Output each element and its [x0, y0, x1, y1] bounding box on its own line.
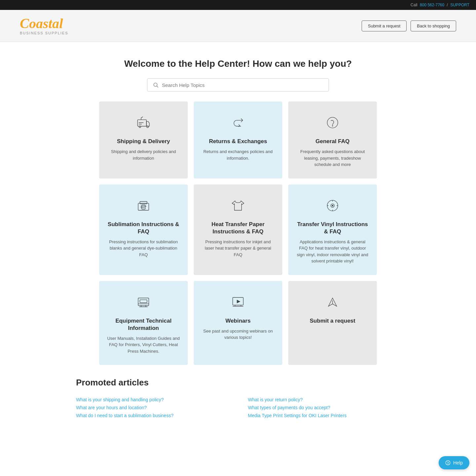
svg-marker-22 — [237, 300, 240, 303]
equipment-icon — [134, 293, 153, 311]
help-card[interactable]: Returns & Exchanges Returns and exchange… — [194, 101, 282, 178]
card-title: Shipping & Delivery — [117, 138, 170, 145]
card-title: Transfer Vinyl Instructions & FAQ — [296, 221, 369, 235]
separator: / — [447, 3, 448, 7]
card-desc: Pressing instructions for sublimation bl… — [107, 239, 180, 258]
svg-point-0 — [154, 83, 157, 87]
svg-rect-17 — [140, 300, 147, 303]
cards-grid: Shipping & Delivery Shipping and deliver… — [99, 101, 377, 365]
promoted-article-link[interactable]: What is your return policy? — [248, 396, 400, 404]
returns-icon — [229, 113, 247, 132]
card-desc: User Manuals, Installation Guides and FA… — [107, 335, 180, 355]
search-icon — [153, 82, 159, 88]
help-card[interactable]: Equipment Technical Information User Man… — [99, 281, 188, 365]
promoted-article-link[interactable]: What is your shipping and handling polic… — [76, 396, 228, 404]
card-title: Heat Transfer Paper Instructions & FAQ — [202, 221, 274, 235]
logo-text: Coastal — [20, 17, 63, 30]
help-card[interactable]: Shipping & Delivery Shipping and deliver… — [99, 101, 188, 178]
header-buttons: Submit a request Back to shopping — [362, 20, 456, 31]
card-desc: Frequently asked questions about leasing… — [296, 148, 369, 168]
vinyl-icon — [323, 196, 342, 215]
svg-rect-11 — [142, 205, 145, 209]
submit-request-button[interactable]: Submit a request — [362, 20, 407, 31]
card-title: Sublimation Instructions & FAQ — [107, 221, 180, 235]
card-title: Equipment Technical Information — [107, 317, 180, 332]
help-card[interactable]: Sublimation Instructions & FAQ Pressing … — [99, 184, 188, 275]
svg-line-1 — [157, 86, 158, 87]
card-desc: Pressing instructions for inkjet and las… — [202, 239, 274, 258]
header: Coastal BUSINESS SUPPLIES Submit a reque… — [0, 10, 476, 42]
phone-link[interactable]: 800 562-7760 — [420, 3, 444, 7]
card-desc: See past and upcoming webinars on variou… — [202, 328, 274, 341]
card-title: Returns & Exchanges — [209, 138, 267, 145]
help-card[interactable]: Heat Transfer Paper Instructions & FAQ P… — [194, 184, 282, 275]
sublimation-icon — [134, 196, 153, 215]
webinar-icon — [229, 293, 247, 311]
submit-icon — [323, 293, 342, 311]
card-title: General FAQ — [316, 138, 350, 145]
card-title: Webinars — [225, 317, 251, 325]
promoted-left-col: What is your shipping and handling polic… — [76, 396, 228, 419]
help-card[interactable]: General FAQ Frequently asked questions a… — [288, 101, 377, 178]
svg-point-14 — [332, 205, 333, 206]
svg-rect-2 — [138, 120, 146, 126]
promoted-article-link[interactable]: Media Type Print Settings for OKI Laser … — [248, 412, 400, 419]
search-input[interactable] — [162, 82, 323, 88]
promoted-right-col: What is your return policy?What types of… — [248, 396, 400, 419]
card-title: Submit a request — [310, 317, 355, 325]
promoted-section: Promoted articles What is your shipping … — [56, 371, 420, 439]
hero-section: Welcome to the Help Center! How can we h… — [0, 42, 476, 101]
svg-point-6 — [332, 126, 333, 126]
card-desc: Applications instructions & general FAQ … — [296, 239, 369, 264]
faq-icon — [323, 113, 342, 132]
search-box — [147, 78, 329, 92]
card-desc: Shipping and delivery policies and infor… — [107, 148, 180, 161]
help-card[interactable]: Webinars See past and upcoming webinars … — [194, 281, 282, 365]
cards-section: Shipping & Delivery Shipping and deliver… — [79, 101, 397, 365]
top-bar: Call 800 562-7760 / SUPPORT — [0, 0, 476, 10]
back-to-shopping-button[interactable]: Back to shopping — [411, 20, 456, 31]
logo-subtitle: BUSINESS SUPPLIES — [20, 31, 68, 35]
help-card[interactable]: Transfer Vinyl Instructions & FAQ Applic… — [288, 184, 377, 275]
promoted-grid: What is your shipping and handling polic… — [76, 396, 400, 419]
help-card[interactable]: Submit a request — [288, 281, 377, 365]
promoted-article-link[interactable]: What types of payments do you accept? — [248, 404, 400, 412]
call-text: Call — [411, 3, 418, 7]
svg-rect-8 — [140, 201, 147, 204]
tshirt-icon — [229, 196, 247, 215]
promoted-article-link[interactable]: What do I need to start a sublimation bu… — [76, 412, 228, 419]
shipping-icon — [134, 113, 153, 132]
promoted-article-link[interactable]: What are your hours and location? — [76, 404, 228, 412]
promoted-heading: Promoted articles — [76, 377, 400, 388]
card-desc: Returns and exchanges policies and infor… — [202, 148, 274, 161]
logo: Coastal BUSINESS SUPPLIES — [20, 17, 68, 35]
support-link[interactable]: SUPPORT — [450, 3, 469, 7]
hero-title: Welcome to the Help Center! How can we h… — [7, 59, 469, 69]
